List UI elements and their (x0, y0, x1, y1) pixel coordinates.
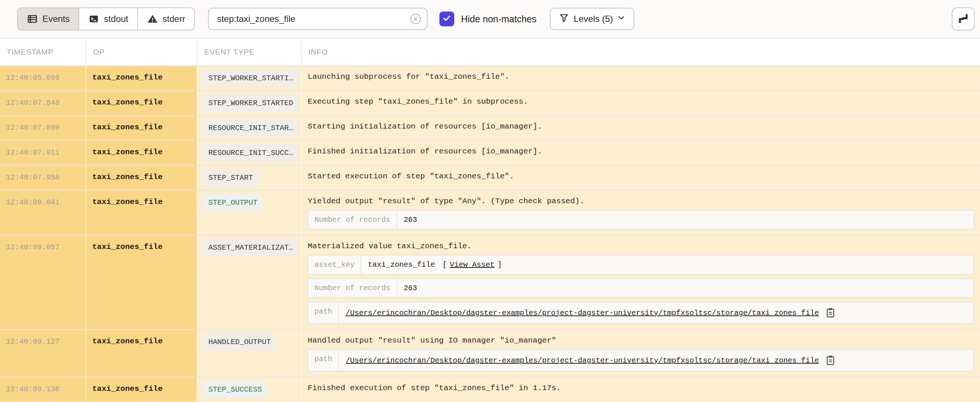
metadata-table: path/Users/erincochran/Desktop/dagster-e… (308, 302, 974, 324)
info-text: Finished initialization of resources [io… (308, 147, 974, 157)
info-text: Handled output "result" using IO manager… (308, 336, 974, 345)
log-rows: 12:40:05.099taxi_zones_fileSTEP_WORKER_S… (0, 66, 980, 402)
op-cell[interactable]: taxi_zones_file (86, 116, 197, 140)
tab-events[interactable]: Events (18, 8, 78, 30)
info-cell: Handled output "result" using IO manager… (301, 330, 980, 377)
op-cell[interactable]: taxi_zones_file (86, 236, 197, 329)
op-cell[interactable]: taxi_zones_file (86, 141, 197, 165)
clear-search-icon[interactable] (410, 13, 422, 25)
run-logs-panel: Events stdout stderr (0, 0, 980, 402)
tab-label: Events (42, 14, 70, 24)
collapse-panel-button[interactable] (952, 8, 975, 30)
event-type-tag: HANDLED_OUTPUT (203, 334, 277, 350)
hide-non-matches-label: Hide non-matches (461, 14, 536, 25)
info-text: Executing step "taxi_zones_file" in subp… (308, 97, 974, 107)
log-row[interactable]: 12:40:07.911taxi_zones_fileRESOURCE_INIT… (0, 141, 980, 166)
checkmark-icon (442, 13, 452, 25)
events-table-icon (27, 13, 38, 25)
timestamp-cell: 12:40:07.899 (0, 116, 86, 140)
view-asset-link[interactable]: View Asset (450, 260, 495, 269)
op-cell[interactable]: taxi_zones_file (86, 91, 197, 115)
info-text: Yielded output "result" of type "Any". (… (308, 196, 974, 206)
metadata-value: 263 (397, 279, 424, 297)
info-cell: Launching subprocess for "taxi_zones_fil… (301, 66, 980, 90)
log-row[interactable]: 12:40:09.127taxi_zones_fileHANDLED_OUTPU… (0, 330, 980, 377)
log-row[interactable]: 12:40:07.848taxi_zones_fileSTEP_WORKER_S… (0, 91, 980, 116)
event-type-cell: STEP_START (197, 166, 301, 190)
path-link[interactable]: /Users/erincochran/Desktop/dagster-examp… (346, 309, 819, 317)
info-cell: Executing step "taxi_zones_file" in subp… (301, 91, 980, 115)
log-row[interactable]: 12:40:09.136taxi_zones_fileSTEP_SUCCESSF… (0, 377, 980, 402)
info-text: Launching subprocess for "taxi_zones_fil… (308, 72, 974, 82)
event-type-cell: STEP_SUCCESS (197, 377, 301, 402)
bracket: [ (438, 260, 447, 269)
op-cell[interactable]: taxi_zones_file (86, 166, 197, 190)
levels-button-label: Levels (5) (574, 14, 613, 24)
event-type-cell: STEP_WORKER_STARTI… (197, 66, 301, 90)
metadata-key: Number of records (309, 210, 397, 229)
op-cell[interactable]: taxi_zones_file (86, 377, 197, 402)
event-type-tag: ASSET_MATERIALIZAT… (203, 239, 299, 256)
log-row[interactable]: 12:40:09.057taxi_zones_fileASSET_MATERIA… (0, 236, 980, 330)
log-table-body: 12:40:05.099taxi_zones_fileSTEP_WORKER_S… (0, 66, 980, 402)
info-cell: Finished execution of step "taxi_zones_f… (301, 377, 980, 402)
tab-stdout[interactable]: stdout (78, 8, 137, 30)
info-text: Materialized value taxi_zones_file. (308, 242, 974, 251)
event-type-tag: RESOURCE_INIT_STAR… (203, 120, 299, 136)
info-cell: Finished initialization of resources [io… (301, 141, 980, 165)
log-row[interactable]: 12:40:09.041taxi_zones_fileSTEP_OUTPUTYi… (0, 191, 980, 236)
event-type-tag: STEP_START (203, 169, 259, 186)
op-cell[interactable]: taxi_zones_file (86, 66, 197, 90)
column-header-timestamp: TIMESTAMP (0, 39, 86, 65)
metadata-value: /Users/erincochran/Desktop/dagster-examp… (339, 350, 842, 371)
log-row[interactable]: 12:40:07.899taxi_zones_fileRESOURCE_INIT… (0, 116, 980, 141)
timestamp-cell: 12:40:09.057 (0, 236, 86, 329)
logs-toolbar: Events stdout stderr (0, 0, 980, 39)
chevron-down-icon (617, 14, 625, 24)
metadata-value-text: 263 (404, 215, 417, 224)
copy-path-icon[interactable] (826, 307, 835, 318)
event-type-tag: STEP_OUTPUT (203, 194, 263, 211)
copy-path-icon[interactable] (826, 355, 835, 366)
timestamp-cell: 12:40:07.911 (0, 141, 86, 165)
timestamp-cell: 12:40:09.041 (0, 191, 86, 235)
tab-stderr[interactable]: stderr (137, 8, 194, 30)
collapse-arrows-icon (955, 9, 972, 28)
metadata-value: /Users/erincochran/Desktop/dagster-examp… (339, 302, 842, 323)
metadata-table: Number of records263 (308, 278, 974, 298)
event-type-tag: STEP_SUCCESS (203, 381, 267, 398)
metadata-value: 263 (397, 210, 424, 229)
table-header: TIMESTAMP OP EVENT TYPE INFO (0, 39, 980, 66)
tab-label: stdout (104, 14, 128, 24)
metadata-key: asset_key (309, 256, 361, 274)
op-cell[interactable]: taxi_zones_file (86, 191, 197, 235)
column-header-info: INFO (301, 39, 980, 65)
event-type-tag: STEP_WORKER_STARTI… (203, 70, 299, 87)
metadata-key: path (309, 350, 339, 371)
warning-icon (147, 13, 158, 25)
metadata-table: asset_keytaxi_zones_file [View Asset] (308, 255, 974, 275)
info-text: Finished execution of step "taxi_zones_f… (308, 383, 974, 393)
op-cell[interactable]: taxi_zones_file (86, 330, 197, 377)
event-type-cell: RESOURCE_INIT_STAR… (197, 116, 301, 140)
info-cell: Yielded output "result" of type "Any". (… (301, 191, 980, 235)
event-type-tag: STEP_WORKER_STARTED (203, 95, 299, 111)
log-row[interactable]: 12:40:05.099taxi_zones_fileSTEP_WORKER_S… (0, 66, 980, 91)
event-type-cell: ASSET_MATERIALIZAT… (197, 236, 301, 329)
log-row[interactable]: 12:40:07.958taxi_zones_fileSTEP_STARTSta… (0, 166, 980, 191)
metadata-value-text: taxi_zones_file (368, 260, 435, 269)
log-filter-input[interactable] (208, 8, 428, 30)
info-text: Started execution of step "taxi_zones_fi… (308, 172, 974, 181)
path-link[interactable]: /Users/erincochran/Desktop/dagster-examp… (346, 356, 819, 365)
column-header-event-type: EVENT TYPE (197, 39, 301, 65)
timestamp-cell: 12:40:09.127 (0, 330, 86, 377)
event-type-cell: STEP_OUTPUT (197, 191, 301, 235)
column-header-op: OP (86, 39, 197, 65)
log-view-tabs: Events stdout stderr (17, 8, 195, 30)
info-text: Starting initialization of resources [io… (308, 122, 974, 131)
hide-non-matches-checkbox[interactable] (439, 11, 454, 26)
metadata-key: Number of records (309, 279, 397, 297)
levels-filter-button[interactable]: Levels (5) (550, 8, 634, 30)
info-cell: Starting initialization of resources [io… (301, 116, 980, 140)
metadata-table: path/Users/erincochran/Desktop/dagster-e… (308, 349, 974, 372)
